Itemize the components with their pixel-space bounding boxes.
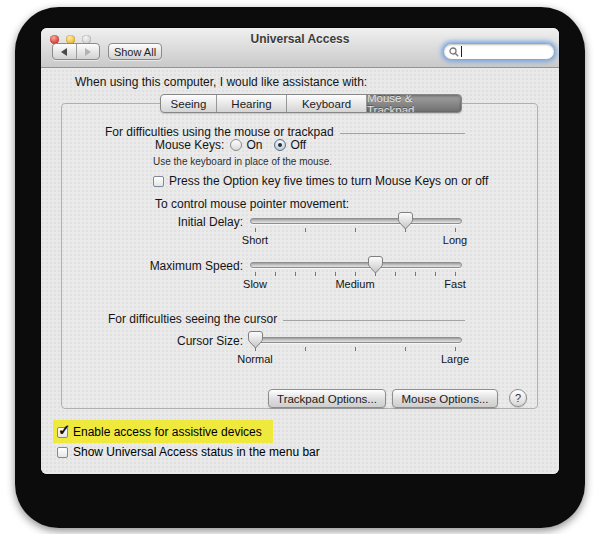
back-button[interactable] [53,44,77,59]
tick-mark [295,272,296,276]
option-key-checkbox[interactable] [153,176,164,187]
tab-keyboard[interactable]: Keyboard [287,95,367,112]
maximum-speed-slider: Maximum Speed: SlowMediumFast [41,258,559,292]
tick-mark [315,272,316,276]
slider-thumb[interactable] [368,256,383,274]
slider-track-area[interactable]: ShortLong [250,214,462,248]
slider-mark-label: Normal [237,353,272,365]
tick-mark [435,272,436,276]
tick-mark [355,272,356,276]
assistive-devices-row: Enable access for assistive devices [57,425,262,439]
mouse-options-button[interactable]: Mouse Options... [392,389,498,408]
search-input[interactable] [443,43,555,60]
mouse-keys-note: Use the keyboard in place of the mouse. [153,156,332,167]
universal-access-window: Universal Access Show All When using thi… [41,28,559,474]
heading-rule [340,133,465,134]
section-heading-text: For difficulties seeing the cursor [108,312,277,326]
slider-mark-label: Slow [243,278,267,290]
radio-label: Off [290,138,306,152]
heading-rule [283,320,465,321]
slider-track[interactable] [250,262,462,268]
tick-mark [455,228,456,232]
pointer-movement-heading: To control mouse pointer movement: [155,197,349,211]
cursor-size-slider: Cursor Size: NormalLarge [41,333,559,367]
tick-mark [455,347,456,351]
left-arrow-icon [61,48,67,56]
tick-mark [255,228,256,232]
section-heading-mouse: For difficulties using the mouse or trac… [105,125,465,139]
tick-mark [355,347,356,351]
mouse-keys-radio-group: OnOff [230,138,318,152]
radio-off[interactable] [274,139,286,151]
tick-mark [305,228,306,232]
slider-mark-label: Long [443,234,467,246]
show-all-button[interactable]: Show All [108,43,162,60]
assistive-checkbox[interactable] [57,427,68,438]
slider-marks: ShortLong [250,234,462,247]
slider-thumb[interactable] [398,212,413,230]
tick-mark [355,228,356,232]
slider-mark-label: Fast [444,278,465,290]
trackpad-options-button[interactable]: Trackpad Options... [268,389,386,408]
radio-option-on: On [230,138,262,152]
slider-label: Cursor Size: [41,334,243,348]
radio-on[interactable] [230,139,242,151]
tick-mark [395,272,396,276]
slider-mark-label: Large [441,353,469,365]
tick-mark [405,347,406,351]
menubar-label: Show Universal Access status in the menu… [73,445,320,459]
tick-mark [415,272,416,276]
forward-button[interactable] [77,44,100,59]
intro-text: When using this computer, I would like a… [75,75,367,89]
slider-track[interactable] [250,337,462,343]
tab-hearing[interactable]: Hearing [217,95,287,112]
slider-ticks [250,272,462,276]
slider-track-area[interactable]: NormalLarge [250,333,462,367]
slider-mark-label: Medium [335,278,374,290]
magnifier-icon [449,47,459,57]
tick-mark [335,272,336,276]
nav-history-segment [52,43,100,60]
initial-delay-slider: Initial Delay: ShortLong [41,214,559,248]
slider-label: Initial Delay: [41,215,243,229]
slider-label: Maximum Speed: [41,259,243,273]
tick-mark [455,272,456,276]
tab-seeing[interactable]: Seeing [161,95,217,112]
slider-marks: SlowMediumFast [250,278,462,291]
mouse-keys-row: Mouse Keys: OnOff [155,138,318,152]
slider-mark-label: Short [242,234,268,246]
tab-mouse-trackpad[interactable]: Mouse & Trackpad [367,95,461,112]
tab-bar: SeeingHearingKeyboardMouse & Trackpad [160,94,462,113]
title-toolbar: Universal Access Show All [41,28,559,68]
mouse-keys-label: Mouse Keys: [155,138,224,152]
slider-thumb[interactable] [248,331,263,349]
slider-ticks [250,228,462,232]
right-arrow-icon [85,48,91,56]
tick-mark [305,347,306,351]
text-caret [461,46,462,57]
option-key-row: Press the Option key five times to turn … [153,174,488,188]
assistive-label: Enable access for assistive devices [73,425,262,439]
tick-mark [275,272,276,276]
help-button[interactable]: ? [509,389,527,407]
slider-marks: NormalLarge [250,353,462,366]
menubar-status-row: Show Universal Access status in the menu… [57,445,320,459]
menubar-checkbox[interactable] [57,447,68,458]
section-heading-cursor: For difficulties seeing the cursor [108,312,465,326]
option-key-label: Press the Option key five times to turn … [169,174,488,188]
radio-option-off: Off [274,138,306,152]
slider-ticks [250,347,462,351]
section-heading-text: For difficulties using the mouse or trac… [105,125,334,139]
slider-track[interactable] [250,218,462,224]
slider-track-area[interactable]: SlowMediumFast [250,258,462,292]
radio-label: On [246,138,262,152]
tick-mark [255,272,256,276]
